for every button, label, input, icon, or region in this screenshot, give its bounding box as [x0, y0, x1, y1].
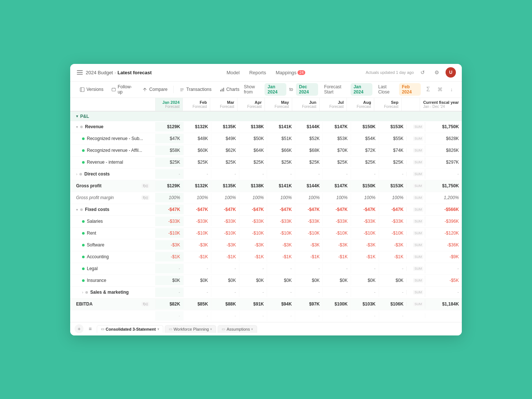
cell-sal-mar[interactable]: -$33K [211, 216, 239, 226]
cell-rev-int-aug[interactable]: $25K [351, 157, 379, 167]
nav-mappings[interactable]: Mappings 24 [271, 68, 310, 77]
cell-fc-mar[interactable]: -$47K [211, 205, 239, 214]
cell-rent-sep[interactable]: -$10K [379, 228, 407, 238]
cell-smk-feb[interactable]: - [183, 287, 211, 297]
cell-leg-jul[interactable]: - [323, 264, 351, 273]
show-from-date[interactable]: Jan 2024 [265, 83, 286, 96]
cell-gp-may[interactable]: $141K [267, 181, 295, 191]
cell-ins-jun[interactable]: $0K [295, 276, 323, 285]
cell-leg-jun[interactable]: - [295, 264, 323, 273]
cell-rec-affi-jul[interactable]: $70K [323, 146, 351, 155]
cell-rec-sub-jul[interactable]: $53K [323, 134, 351, 143]
cell-ebitda-jun[interactable]: $97K [295, 299, 323, 309]
cell-rent-mar[interactable]: -$10K [211, 228, 239, 238]
forecast-start-date[interactable]: Jan 2024 [351, 83, 372, 96]
tab-assumptions[interactable]: ▭ Assumptions ▾ [218, 325, 257, 333]
cell-ins-apr[interactable]: $0K [239, 276, 267, 285]
cell-fc-jun[interactable]: -$47K [295, 205, 323, 214]
cell-acc-may[interactable]: -$1K [267, 252, 295, 262]
cell-gpm-may[interactable]: 100% [267, 193, 295, 202]
cell-dc-sep[interactable]: - [379, 169, 407, 179]
cell-gp-sep[interactable]: $153K [379, 181, 407, 191]
cell-ins-jan[interactable]: $0K [155, 276, 183, 285]
cell-rec-affi-jan[interactable]: $58K [155, 146, 183, 155]
cell-smk-aug[interactable]: - [351, 287, 379, 297]
cell-rec-sub-jun[interactable]: $52K [295, 134, 323, 143]
cell-rec-sub-may[interactable]: $51K [267, 134, 295, 143]
cell-rec-affi-feb[interactable]: $60K [183, 146, 211, 155]
cell-rec-affi-may[interactable]: $66K [267, 146, 295, 155]
cell-dc-jul[interactable]: - [323, 169, 351, 179]
cell-leg-may[interactable]: - [267, 264, 295, 273]
cell-rev-int-apr[interactable]: $25K [239, 157, 267, 167]
add-sheet-button[interactable]: + [75, 324, 83, 333]
cell-gpm-sep[interactable]: 100% [379, 193, 407, 202]
cell-revenue-feb[interactable]: $132K [183, 122, 211, 132]
cell-sw-jun[interactable]: -$3K [295, 240, 323, 250]
cell-leg-aug[interactable]: - [351, 264, 379, 273]
tab-consolidated[interactable]: ▭ Consolidated 3-Statement ▾ [97, 325, 163, 333]
cell-fc-aug[interactable]: -$47K [351, 205, 379, 214]
cell-leg-feb[interactable]: - [183, 264, 211, 273]
cell-rec-sub-feb[interactable]: $48K [183, 134, 211, 143]
cell-ebitda-may[interactable]: $94K [267, 299, 295, 309]
cell-rev-int-mar[interactable]: $25K [211, 157, 239, 167]
cell-sw-aug[interactable]: -$3K [351, 240, 379, 250]
cell-leg-sep[interactable]: - [379, 264, 407, 273]
cell-rec-sub-mar[interactable]: $49K [211, 134, 239, 143]
cell-rev-int-jun[interactable]: $25K [295, 157, 323, 167]
cell-dc-feb[interactable]: - [183, 169, 211, 179]
cell-dc-jan[interactable]: - [155, 169, 183, 179]
cell-ins-may[interactable]: $0K [267, 276, 295, 285]
tab-dropdown-workforce[interactable]: ▾ [210, 327, 212, 331]
cell-dc-apr[interactable]: - [239, 169, 267, 179]
cell-rev-int-jul[interactable]: $25K [323, 157, 351, 167]
cell-sal-jul[interactable]: -$33K [323, 216, 351, 226]
cell-ebitda-jul[interactable]: $100K [323, 299, 351, 309]
cell-ins-feb[interactable]: $0K [183, 276, 211, 285]
cell-acc-mar[interactable]: -$1K [211, 252, 239, 262]
cell-ebitda-mar[interactable]: $88K [211, 299, 239, 309]
cell-rec-affi-apr[interactable]: $64K [239, 146, 267, 155]
cell-gp-jun[interactable]: $144K [295, 181, 323, 191]
expand-sales-mkt-icon[interactable]: › [82, 290, 83, 294]
cell-sal-jan[interactable]: -$33K [155, 216, 183, 226]
cell-sw-jan[interactable]: -$3K [155, 240, 183, 250]
cell-acc-aug[interactable]: -$1K [351, 252, 379, 262]
cell-rec-affi-aug[interactable]: $72K [351, 146, 379, 155]
cell-sw-mar[interactable]: -$3K [211, 240, 239, 250]
cell-smk-sep[interactable]: - [379, 287, 407, 297]
refresh-icon[interactable]: ↺ [417, 67, 428, 78]
show-to-date[interactable]: Dec 2024 [296, 83, 318, 96]
follow-up-button[interactable]: Follow-up [108, 82, 138, 96]
cell-ebitda-aug[interactable]: $103K [351, 299, 379, 309]
cell-rent-jun[interactable]: -$10K [295, 228, 323, 238]
cell-dc-aug[interactable]: - [351, 169, 379, 179]
cell-rev-int-sep[interactable]: $25K [379, 157, 407, 167]
cell-ins-mar[interactable]: $0K [211, 276, 239, 285]
expand-direct-costs-icon[interactable]: › [76, 172, 77, 176]
cell-rec-sub-sep[interactable]: $55K [379, 134, 407, 143]
cell-rent-aug[interactable]: -$10K [351, 228, 379, 238]
cell-gp-jul[interactable]: $147K [323, 181, 351, 191]
cell-revenue-may[interactable]: $141K [267, 122, 295, 132]
download-icon[interactable]: ↓ [447, 84, 456, 95]
cell-leg-jan[interactable]: - [155, 264, 183, 273]
cell-fc-jan[interactable]: -$47K [155, 205, 183, 214]
cell-fc-apr[interactable]: -$47K [239, 205, 267, 214]
cell-ins-jul[interactable]: $0K [323, 276, 351, 285]
cell-acc-jul[interactable]: -$1K [323, 252, 351, 262]
sidebar-toggle[interactable] [76, 69, 83, 76]
cell-acc-jun[interactable]: -$1K [295, 252, 323, 262]
versions-button[interactable]: Versions [76, 85, 107, 94]
avatar[interactable]: U [446, 67, 456, 78]
cell-smk-mar[interactable]: - [211, 287, 239, 297]
cell-sw-jul[interactable]: -$3K [323, 240, 351, 250]
keyboard-icon[interactable]: ⌘ [436, 84, 444, 95]
cell-rec-sub-apr[interactable]: $50K [239, 134, 267, 143]
cell-revenue-aug[interactable]: $150K [351, 122, 379, 132]
cell-sal-sep[interactable]: -$33K [379, 216, 407, 226]
cell-gpm-jun[interactable]: 100% [295, 193, 323, 202]
cell-sal-aug[interactable]: -$33K [351, 216, 379, 226]
cell-ebitda-apr[interactable]: $91K [239, 299, 267, 309]
